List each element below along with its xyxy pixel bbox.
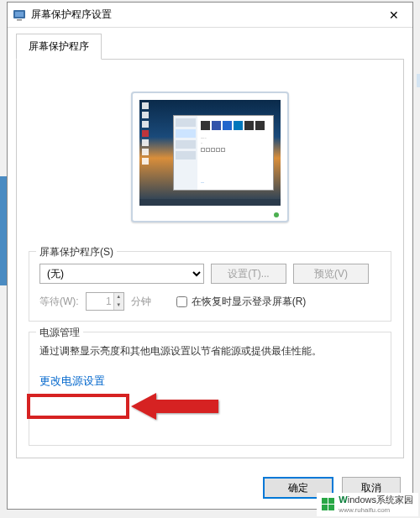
tab-label: 屏幕保护程序: [29, 40, 89, 52]
screensaver-group: 屏幕保护程序(S) (无) 设置(T)... 预览(V) 等待(W): ▲▼ 分: [29, 251, 391, 322]
tab-screensaver[interactable]: 屏幕保护程序: [16, 34, 102, 60]
preview-button: 预览(V): [293, 264, 369, 284]
watermark-text: Windows系统家园 www.ruhaifu.com: [339, 495, 413, 514]
svg-rect-7: [328, 505, 334, 510]
power-description: 通过调整显示亮度和其他电源设置以节省能源或提供最佳性能。: [39, 344, 381, 358]
wait-spinner[interactable]: ▲▼: [86, 292, 124, 311]
tab-content: ········ ···· 屏幕保护程序(S) (无) 设置(T)... 预: [16, 59, 404, 458]
monitor-screen: ········ ····: [139, 100, 281, 206]
screensaver-settings-dialog: 屏幕保护程序设置 ✕ 屏幕保护程序 ········: [7, 2, 413, 510]
spinner-buttons[interactable]: ▲▼: [113, 293, 123, 310]
screensaver-select[interactable]: (无): [39, 264, 204, 284]
resume-checkbox-label[interactable]: 在恢复时显示登录屏幕(R): [176, 295, 307, 309]
windows-flag-icon: [322, 498, 335, 511]
svg-rect-1: [15, 12, 24, 17]
svg-rect-4: [322, 498, 328, 504]
settings-button: 设置(T)...: [211, 264, 286, 284]
watermark: Windows系统家园 www.ruhaifu.com: [317, 493, 418, 516]
monitor-frame: ········ ····: [131, 92, 289, 222]
background-fragment: [0, 176, 7, 285]
wait-unit: 分钟: [131, 295, 151, 309]
preview-inner-window: ········ ····: [173, 115, 274, 191]
power-legend: 电源管理: [36, 326, 83, 340]
screensaver-legend: 屏幕保护程序(S): [36, 245, 117, 259]
titlebar: 屏幕保护程序设置 ✕: [8, 3, 412, 28]
window-title: 屏幕保护程序设置: [31, 8, 375, 22]
svg-rect-6: [322, 505, 328, 510]
svg-rect-2: [17, 19, 22, 21]
app-icon: [13, 8, 26, 22]
svg-rect-5: [328, 498, 334, 504]
close-button[interactable]: ✕: [375, 3, 412, 28]
close-icon: ✕: [389, 8, 399, 22]
desktop-icons: [142, 102, 152, 167]
tab-strip: 屏幕保护程序: [8, 28, 412, 59]
wait-label: 等待(W):: [39, 295, 79, 309]
resume-checkbox-text: 在恢复时显示登录屏幕(R): [192, 295, 307, 309]
power-management-group: 电源管理 通过调整显示亮度和其他电源设置以节省能源或提供最佳性能。 更改电源设置: [29, 332, 391, 446]
resume-checkbox[interactable]: [176, 296, 187, 307]
screensaver-preview: ········ ····: [29, 73, 391, 241]
background-fragment: [417, 74, 420, 87]
change-power-settings-link[interactable]: 更改电源设置: [39, 374, 105, 389]
preview-taskbar: [139, 199, 281, 206]
